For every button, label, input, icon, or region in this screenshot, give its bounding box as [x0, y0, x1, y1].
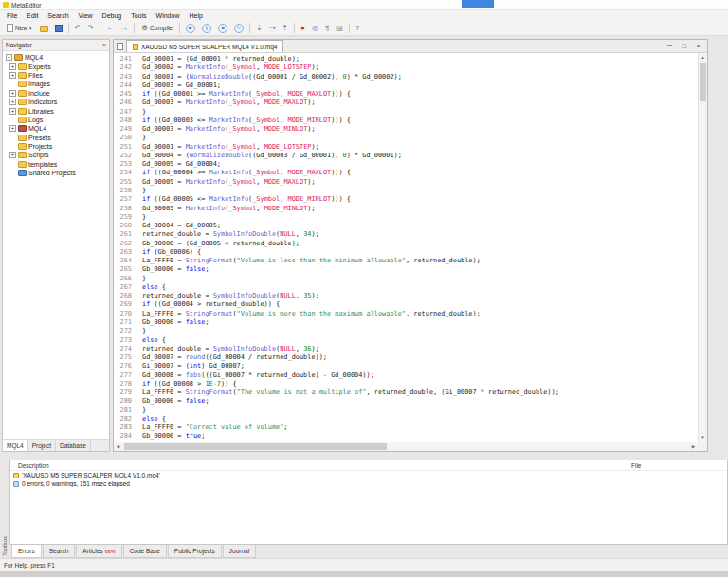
- navigator-tab-database[interactable]: Database: [56, 440, 91, 451]
- code-line: 278if ((Gd_00008 > 1E-7)) {: [114, 380, 698, 388]
- line-number: 263: [114, 248, 136, 257]
- toolbox-tab-journal[interactable]: Journal: [223, 545, 256, 558]
- menu-debug[interactable]: Debug: [98, 10, 127, 21]
- forward-button[interactable]: →: [118, 22, 131, 34]
- toolbox-tab-articles[interactable]: Articles66%: [76, 545, 121, 558]
- new-button[interactable]: New▾: [3, 22, 36, 34]
- navigator-tree: −MQL4+Experts+FilesImages+Include+Indica…: [3, 51, 109, 439]
- toolbox-tab-label: Errors: [18, 548, 35, 554]
- save-button[interactable]: [52, 22, 65, 34]
- search-button[interactable]: ◎: [309, 22, 321, 34]
- menu-file[interactable]: File: [2, 10, 22, 21]
- column-file[interactable]: File: [628, 462, 727, 469]
- code-editor[interactable]: 241Gd_00001 = (Gd_00001 * returned_doubl…: [114, 53, 698, 442]
- menu-help[interactable]: Help: [184, 10, 207, 21]
- toggle-breakpoint-button[interactable]: ●: [298, 22, 308, 34]
- tab-badge: 66%: [105, 549, 116, 554]
- errors-row[interactable]: 'XAUUSD M5 SUPER SCALPER MQL4 V1.0.mq4': [10, 471, 727, 479]
- column-description[interactable]: Description: [10, 462, 628, 469]
- navigator-item-label: Projects: [28, 143, 52, 150]
- vertical-scrollbar[interactable]: ▲ ▼: [698, 53, 707, 442]
- expand-icon[interactable]: +: [9, 99, 16, 105]
- expand-icon[interactable]: +: [9, 90, 16, 97]
- expand-icon[interactable]: +: [9, 125, 16, 132]
- help-icon: ?: [355, 24, 359, 32]
- navigator-item-images[interactable]: Images: [3, 80, 109, 88]
- debug-restart-icon: ↻: [234, 24, 244, 33]
- styler-button[interactable]: ¶: [322, 22, 332, 34]
- maximize-button[interactable]: □: [677, 41, 691, 52]
- navigator-item-shared-projects[interactable]: Shared Projects: [3, 169, 109, 177]
- code-line: 276Gi_00007 = (int) Gd_00007;: [114, 362, 698, 370]
- debug-pause-button[interactable]: ∥: [199, 22, 214, 34]
- navigator-tab-project[interactable]: Project: [28, 440, 56, 451]
- scroll-up-icon[interactable]: ▲: [699, 53, 707, 62]
- step-over-button[interactable]: ⇢: [266, 22, 279, 34]
- line-number: 274: [114, 345, 136, 353]
- horizontal-scrollbar[interactable]: ◀ ▶: [114, 442, 698, 451]
- navigator-item-mql4[interactable]: +MQL4: [3, 124, 109, 133]
- navigator-item-files[interactable]: +Files: [3, 71, 109, 80]
- expand-icon[interactable]: +: [9, 108, 16, 115]
- debug-pause-icon: ∥: [202, 24, 211, 33]
- editor-tab[interactable]: XAUUSD M5 SUPER SCALPER MQL4 V1.0.mq4: [126, 40, 283, 52]
- code-line: 245if ((Gd_00001 >= MarketInfo(_Symbol, …: [114, 90, 698, 99]
- code-line: 260Gd_00004 = Gd_00005;: [114, 222, 698, 230]
- debug-restart-button[interactable]: ↻: [231, 22, 246, 34]
- undo-button[interactable]: ↶: [72, 22, 84, 34]
- folder-blue-icon: [18, 170, 27, 176]
- expand-icon[interactable]: +: [9, 63, 16, 70]
- open-button[interactable]: [37, 22, 51, 34]
- code-line: 279La_FFFF0 = StringFormat("The volume i…: [114, 388, 698, 397]
- menu-view[interactable]: View: [74, 10, 98, 21]
- navigator-item-templates[interactable]: templates: [3, 160, 109, 169]
- menu-tools[interactable]: Tools: [126, 10, 151, 21]
- scroll-left-icon[interactable]: ◀: [114, 442, 122, 451]
- errors-row[interactable]: 0 errors, 0 warnings, 151 msec elapsed: [10, 479, 727, 488]
- navigator-item-projects[interactable]: Projects: [3, 142, 109, 151]
- toolbox-tab-public-projects[interactable]: Public Projects: [168, 545, 222, 558]
- step-into-button[interactable]: ⇣: [253, 22, 265, 34]
- navigator-item-experts[interactable]: +Experts: [3, 62, 109, 70]
- step-out-icon: ⇡: [282, 24, 288, 32]
- overlay-fragment: [462, 0, 494, 8]
- scroll-down-icon[interactable]: ▼: [699, 433, 707, 442]
- horizontal-scroll-thumb[interactable]: [124, 443, 387, 450]
- charts-button[interactable]: ▤: [333, 22, 346, 34]
- code-line: 272}: [114, 327, 698, 335]
- navigator-item-presets[interactable]: Presets: [3, 134, 109, 142]
- navigator-root-mql4[interactable]: −MQL4: [3, 53, 109, 62]
- expand-icon[interactable]: +: [9, 72, 16, 79]
- debug-start-button[interactable]: ▶: [183, 22, 198, 34]
- navigator-item-scripts[interactable]: +Scripts: [3, 151, 109, 159]
- menu-window[interactable]: Window: [152, 10, 185, 21]
- toolbox-tab-errors[interactable]: Errors: [11, 545, 42, 558]
- navigator-item-include[interactable]: +Include: [3, 89, 109, 98]
- line-number: 278: [114, 380, 136, 388]
- close-icon[interactable]: ×: [102, 42, 106, 48]
- menu-edit[interactable]: Edit: [22, 10, 43, 21]
- navigator-tab-mql4[interactable]: MQL4: [3, 440, 28, 451]
- expand-icon[interactable]: +: [9, 152, 16, 158]
- back-button[interactable]: ←: [103, 22, 117, 34]
- navigator-item-libraries[interactable]: +Libraries: [3, 106, 109, 115]
- toolbar-separator: [68, 23, 69, 33]
- line-number: 284: [114, 432, 136, 441]
- help-button[interactable]: ?: [353, 22, 362, 34]
- minimize-button[interactable]: ─: [663, 41, 677, 52]
- close-button[interactable]: ×: [691, 41, 705, 52]
- debug-stop-button[interactable]: ■: [215, 22, 230, 34]
- step-out-button[interactable]: ⇡: [279, 22, 291, 34]
- navigator-item-indicators[interactable]: +Indicators: [3, 98, 109, 106]
- scroll-right-icon[interactable]: ▶: [689, 442, 698, 451]
- vertical-scroll-thumb[interactable]: [700, 63, 706, 101]
- line-number: 253: [114, 160, 136, 169]
- menu-search[interactable]: Search: [43, 10, 73, 21]
- navigator-tabs: MQL4ProjectDatabase: [3, 439, 109, 451]
- toolbox-tab-search[interactable]: Search: [43, 545, 76, 558]
- collapse-icon[interactable]: −: [6, 54, 12, 61]
- toolbox-tab-code-base[interactable]: Code Base: [123, 545, 167, 558]
- redo-button[interactable]: ↷: [84, 22, 97, 34]
- navigator-item-logs[interactable]: Logs: [3, 116, 109, 124]
- compile-button[interactable]: ⚙Compile: [137, 22, 176, 34]
